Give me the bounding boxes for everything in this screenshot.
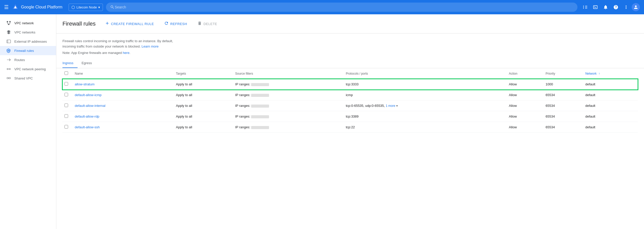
help-icon[interactable]: [611, 3, 620, 12]
table-row: default-allow-sshApply to allIP ranges: …: [62, 122, 638, 133]
tab-ingress[interactable]: Ingress: [62, 59, 78, 68]
gcp-logo: [12, 4, 19, 11]
description-text-1: Firewall rules control incoming or outgo…: [62, 39, 173, 43]
plus-icon: [105, 21, 110, 27]
row-action: Allow: [507, 122, 544, 133]
col-network[interactable]: Network ↑: [583, 68, 638, 79]
table-row: default-allow-icmpApply to allIP ranges:…: [62, 90, 638, 100]
sidebar-item-firewall-rules[interactable]: Firewall rules: [0, 46, 56, 55]
row-checkbox[interactable]: [65, 82, 68, 86]
svg-rect-14: [7, 77, 8, 79]
row-checkbox-cell: [62, 100, 73, 111]
svg-rect-15: [9, 77, 10, 79]
row-name: default-allow-icmp: [73, 90, 174, 100]
protocols-more-link[interactable]: 1 more: [386, 104, 395, 108]
col-name: Name: [73, 68, 174, 79]
col-priority: Priority: [544, 68, 583, 79]
note-text: Note: App Engine firewalls are managed: [62, 51, 122, 55]
search-bar[interactable]: [106, 3, 577, 12]
row-checkbox-cell: [62, 111, 73, 122]
vpc-network-icon: [6, 20, 11, 26]
svg-rect-1: [9, 21, 11, 22]
protocol-value: tcp:0-65535, udp:0-65535,: [346, 104, 385, 108]
search-input[interactable]: [115, 5, 573, 9]
row-action: Allow: [507, 79, 544, 90]
tab-egress[interactable]: Egress: [78, 59, 96, 68]
table-container: Name Targets Source filters Protocols / …: [56, 68, 644, 133]
sidebar-item-label: Firewall rules: [14, 49, 34, 53]
sidebar-item-vpc-networks[interactable]: VPC networks: [0, 28, 56, 37]
delete-button[interactable]: DELETE: [194, 19, 220, 28]
project-chevron-icon: ▾: [98, 5, 100, 9]
here-link[interactable]: here: [123, 51, 130, 55]
notification-icon[interactable]: [601, 3, 610, 12]
row-action: Allow: [507, 90, 544, 100]
more-icon[interactable]: [621, 3, 631, 12]
refresh-button[interactable]: REFRESH: [161, 19, 190, 28]
sidebar-section-title: VPC network: [0, 18, 56, 28]
rule-name-link[interactable]: default-allow-ssh: [75, 125, 100, 129]
rule-name-link[interactable]: default-allow-icmp: [75, 93, 102, 97]
brand-logo: Google Cloud Platform: [12, 4, 62, 11]
search-icon: [110, 5, 115, 9]
row-network: default: [583, 100, 638, 111]
sidebar-item-external-ip[interactable]: External IP addresses: [0, 37, 56, 46]
sidebar: VPC network VPC networks External IP add…: [0, 14, 56, 229]
refresh-btn-label: REFRESH: [170, 22, 187, 26]
row-checkbox[interactable]: [65, 114, 68, 118]
description: Firewall rules control incoming or outgo…: [56, 33, 644, 59]
table-row: allow-stratumApply to allIP ranges: tcp:…: [62, 79, 638, 90]
col-protocols: Protocols / ports: [344, 68, 507, 79]
ip-ranges-label: IP ranges:: [235, 125, 250, 129]
sidebar-item-vpc-peering[interactable]: VPC network peering: [0, 64, 56, 74]
create-firewall-rule-button[interactable]: CREATE FIREWALL RULE: [102, 19, 157, 28]
delete-btn-label: DELETE: [203, 22, 217, 26]
rule-name-link[interactable]: allow-stratum: [75, 82, 94, 86]
row-priority: 65534: [544, 122, 583, 133]
ip-ranges-label: IP ranges:: [235, 114, 250, 118]
description-text-2: incoming traffic from outside your netwo…: [62, 44, 141, 48]
cloud-shell-icon[interactable]: [591, 3, 600, 12]
sidebar-item-routes[interactable]: Routes: [0, 55, 56, 64]
row-targets: Apply to all: [174, 122, 233, 133]
row-action: Allow: [507, 111, 544, 122]
learn-more-link[interactable]: Learn more: [142, 44, 158, 48]
rule-name-link[interactable]: default-allow-rdp: [75, 114, 99, 118]
row-network: default: [583, 122, 638, 133]
col-targets: Targets: [174, 68, 233, 79]
grid-icon[interactable]: [581, 3, 590, 12]
table-body: allow-stratumApply to allIP ranges: tcp:…: [62, 79, 638, 133]
top-nav: ☰ Google Cloud Platform ⬡ Litecoin Node …: [0, 0, 644, 14]
delete-icon: [197, 21, 202, 27]
ip-placeholder: [251, 83, 269, 86]
row-source-filters: IP ranges:: [233, 122, 344, 133]
ip-placeholder: [251, 126, 269, 129]
select-all-checkbox[interactable]: [65, 71, 68, 75]
row-protocols: icmp: [344, 90, 507, 100]
project-selector[interactable]: ⬡ Litecoin Node ▾: [69, 4, 103, 11]
row-targets: Apply to all: [174, 90, 233, 100]
row-source-filters: IP ranges:: [233, 111, 344, 122]
table-row: default-allow-internalApply to allIP ran…: [62, 100, 638, 111]
row-checkbox[interactable]: [65, 104, 68, 107]
row-checkbox[interactable]: [65, 125, 68, 129]
vpc-networks-icon: [6, 30, 11, 35]
sidebar-item-shared-vpc[interactable]: Shared VPC: [0, 74, 56, 83]
row-protocols: tcp:3333: [344, 79, 507, 90]
row-protocols: tcp:3389: [344, 111, 507, 122]
sidebar-section-label: VPC network: [14, 21, 34, 25]
main-content: Firewall rules CREATE FIREWALL RULE REFR…: [56, 14, 644, 229]
row-checkbox[interactable]: [65, 93, 68, 96]
sidebar-item-label: External IP addresses: [14, 40, 47, 43]
row-network: default: [583, 90, 638, 100]
row-protocols: tcp:22: [344, 122, 507, 133]
col-source-filters: Source filters: [233, 68, 344, 79]
ip-ranges-label: IP ranges:: [235, 82, 250, 86]
row-priority: 65534: [544, 100, 583, 111]
row-action: Allow: [507, 100, 544, 111]
avatar[interactable]: [632, 3, 640, 11]
row-priority: 65534: [544, 111, 583, 122]
menu-icon[interactable]: ☰: [4, 4, 9, 10]
table-header-row: Name Targets Source filters Protocols / …: [62, 68, 638, 79]
rule-name-link[interactable]: default-allow-internal: [75, 104, 105, 108]
